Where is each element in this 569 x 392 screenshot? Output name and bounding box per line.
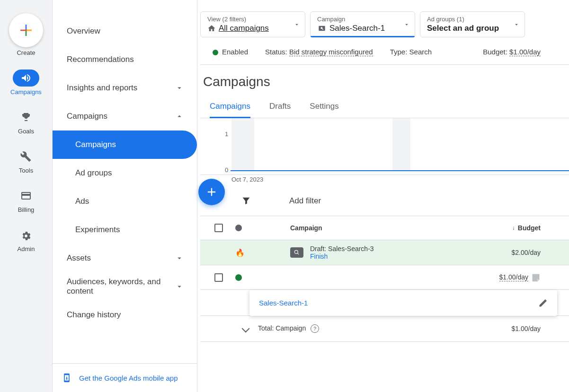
sidebar-recommendations[interactable]: Recommendations	[53, 45, 197, 74]
notes-icon[interactable]	[531, 273, 541, 282]
sidebar-ads[interactable]: Ads	[53, 187, 197, 216]
gear-icon	[20, 229, 32, 241]
expand-icon[interactable]	[242, 325, 250, 333]
nav-billing-label: Billing	[18, 206, 35, 213]
select-all-checkbox[interactable]	[214, 224, 223, 232]
status-status: Status: Bid strategy misconfigured	[265, 48, 373, 56]
tab-campaigns[interactable]: Campaigns	[210, 98, 250, 118]
sidebar-overview[interactable]: Overview	[53, 17, 197, 45]
main-content: View (2 filters) All campaigns Campaign …	[197, 0, 569, 392]
sidebar-campaigns[interactable]: Campaigns	[53, 102, 197, 131]
search-badge-icon	[317, 25, 327, 32]
status-enabled-icon	[235, 274, 242, 281]
status-budget: Budget: $1.00/day	[483, 48, 541, 56]
status-column-icon	[235, 225, 242, 231]
sidebar-audiences[interactable]: Audiences, keywords, and content	[53, 272, 197, 301]
flame-icon: 🔥	[235, 248, 245, 257]
sidebar-sub-campaigns[interactable]: Campaigns	[53, 131, 197, 159]
card-icon	[20, 190, 32, 201]
scope-adgroups-label: Ad groups (1)	[427, 16, 518, 23]
nav-rail: Create Campaigns Goals Tools Billing Adm…	[0, 0, 53, 392]
chart: 1 0 Oct 7, 2023	[200, 118, 569, 175]
nav-admin[interactable]: Admin	[11, 225, 41, 254]
scope-campaign-label: Campaign	[317, 16, 408, 23]
dropdown-icon	[293, 21, 300, 28]
row-hover-overlay: Sales-Search-1	[249, 290, 557, 316]
campaigns-table: Campaign ↓Budget 🔥 Draft: Sales-Search-3…	[200, 216, 569, 342]
nav-tools[interactable]: Tools	[11, 146, 41, 176]
status-enabled: Enabled	[213, 48, 248, 56]
row-checkbox[interactable]	[214, 273, 223, 282]
nav-campaigns[interactable]: Campaigns	[9, 68, 44, 97]
finish-link[interactable]: Finish	[310, 253, 374, 260]
nav-goals-label: Goals	[18, 128, 34, 135]
col-budget[interactable]: ↓Budget	[493, 224, 560, 232]
create-label: Create	[17, 49, 35, 56]
scope-adgroups[interactable]: Ad groups (1) Select an ad group	[420, 11, 525, 37]
nav-tools-label: Tools	[19, 167, 33, 174]
edit-icon[interactable]	[538, 298, 548, 308]
chevron-down-icon	[175, 282, 184, 291]
chevron-up-icon	[175, 112, 184, 121]
home-icon	[207, 24, 216, 33]
campaign-name-link[interactable]: Sales-Search-1	[259, 299, 529, 307]
sidebar: Overview Recommendations Insights and re…	[53, 0, 197, 392]
add-campaign-fab[interactable]	[198, 179, 225, 205]
dropdown-icon	[513, 21, 520, 28]
sidebar-experiments[interactable]: Experiments	[53, 216, 197, 244]
create-button[interactable]: Create	[7, 11, 45, 58]
chevron-down-icon	[175, 254, 184, 262]
sort-desc-icon: ↓	[512, 225, 515, 231]
total-budget: $1.00/day	[493, 325, 560, 332]
scope-view[interactable]: View (2 filters) All campaigns	[200, 11, 305, 37]
chart-date-label: Oct 7, 2023	[231, 176, 263, 183]
tab-settings[interactable]: Settings	[310, 98, 338, 118]
row-budget[interactable]: $1.00/day	[499, 273, 529, 281]
chart-y-tick: 0	[225, 166, 228, 174]
table-row-draft[interactable]: 🔥 Draft: Sales-Search-3 Finish $2.00/day	[200, 240, 569, 265]
page-title: Campaigns	[200, 65, 569, 94]
draft-name: Draft: Sales-Search-3	[310, 245, 374, 253]
sidebar-insights[interactable]: Insights and reports	[53, 74, 197, 102]
plus-icon	[18, 23, 34, 38]
mobile-icon	[62, 371, 71, 384]
help-icon[interactable]: ?	[311, 324, 319, 333]
plus-icon	[205, 185, 218, 199]
megaphone-icon	[20, 72, 32, 84]
tools-icon	[20, 151, 32, 162]
nav-billing[interactable]: Billing	[11, 185, 41, 215]
search-type-icon	[290, 247, 303, 258]
total-row-campaign: Total: Campaign? $1.00/day	[200, 316, 569, 342]
trophy-icon	[20, 112, 32, 123]
status-type: Type: Search	[390, 48, 432, 56]
dropdown-icon	[403, 21, 410, 28]
filter-icon[interactable]	[241, 196, 251, 206]
content-tabs: Campaigns Drafts Settings	[200, 94, 569, 118]
chart-y-tick: 1	[225, 131, 228, 138]
scope-campaign[interactable]: Campaign Sales-Search-1	[310, 11, 415, 37]
sidebar-ad-groups[interactable]: Ad groups	[53, 159, 197, 187]
col-campaign[interactable]: Campaign	[290, 224, 493, 232]
sidebar-history[interactable]: Change history	[53, 301, 197, 329]
chevron-down-icon	[175, 84, 184, 92]
status-bar: Enabled Status: Bid strategy misconfigur…	[200, 45, 569, 65]
nav-admin-label: Admin	[18, 245, 35, 253]
add-filter-button[interactable]: Add filter	[289, 196, 321, 206]
tab-drafts[interactable]: Drafts	[269, 98, 291, 118]
sidebar-assets[interactable]: Assets	[53, 244, 197, 272]
table-header: Campaign ↓Budget	[200, 216, 569, 240]
nav-goals[interactable]: Goals	[11, 107, 41, 137]
table-row[interactable]: $1.00/day	[200, 265, 569, 290]
draft-budget: $2.00/day	[493, 249, 560, 256]
scope-bar: View (2 filters) All campaigns Campaign …	[200, 11, 569, 37]
mobile-app-link[interactable]: Get the Google Ads mobile app	[53, 363, 197, 392]
nav-campaigns-label: Campaigns	[10, 88, 42, 96]
scope-view-label: View (2 filters)	[207, 16, 298, 23]
filter-bar: Add filter	[200, 186, 569, 216]
